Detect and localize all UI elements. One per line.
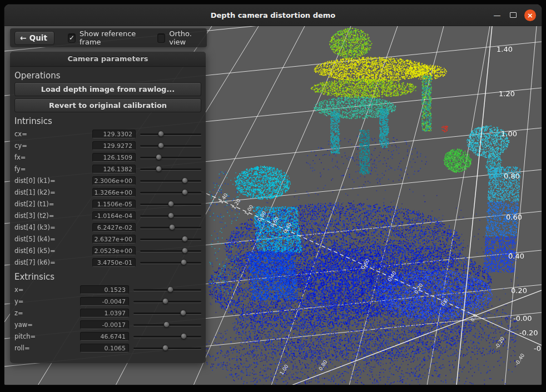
titlebar[interactable]: Depth camera distortion demo — × bbox=[4, 4, 542, 26]
param-label: dist[1] (k2)= bbox=[14, 188, 92, 196]
param-label: dist[4] (k3)= bbox=[14, 224, 92, 231]
param-value-field[interactable]: 0.1523 bbox=[80, 285, 129, 294]
axis-tick-label: 1.00 bbox=[501, 130, 517, 138]
param-value-field[interactable]: 2.3006e+00 bbox=[92, 176, 136, 185]
extrinsics-rows: x=0.1523y=-0.0047z=1.0397yaw=-0.0017pitc… bbox=[10, 284, 206, 354]
intrinsics-rows: cx=129.3302cy=129.9272fx=126.1509fy=126.… bbox=[10, 128, 206, 268]
slider-knob[interactable] bbox=[169, 224, 175, 230]
slider-knob[interactable] bbox=[182, 177, 188, 183]
param-value-field[interactable]: 1.1506e-05 bbox=[92, 200, 136, 209]
param-slider[interactable] bbox=[140, 256, 201, 268]
slider-track bbox=[140, 157, 201, 158]
slider-track bbox=[140, 239, 201, 240]
maximize-button[interactable] bbox=[510, 12, 517, 18]
param-value-field[interactable]: -1.0164e-04 bbox=[92, 211, 136, 220]
slider-knob[interactable] bbox=[156, 166, 162, 172]
param-value-field[interactable]: 2.0523e+00 bbox=[92, 246, 136, 255]
axis-tick-label: -0.40 bbox=[534, 344, 542, 353]
param-label: dist[3] (t2)= bbox=[14, 212, 92, 220]
slider-knob[interactable] bbox=[182, 247, 188, 254]
slider-knob[interactable] bbox=[163, 321, 170, 328]
slider-knob[interactable] bbox=[182, 189, 188, 195]
param-row: cy=129.9272 bbox=[10, 140, 206, 151]
param-value-field[interactable]: 0.1065 bbox=[80, 344, 129, 353]
param-value-field[interactable]: 126.1509 bbox=[92, 153, 136, 162]
screen: Depth camera distortion demo — × bbox=[0, 0, 546, 392]
param-value-field[interactable]: -0.0047 bbox=[80, 297, 129, 306]
load-depth-image-button[interactable]: Load depth image from rawlog... bbox=[14, 82, 201, 96]
quit-button[interactable]: ← Quit bbox=[14, 31, 54, 45]
slider-track bbox=[140, 133, 201, 135]
param-label: dist[2] (t1)= bbox=[14, 200, 92, 208]
slider-knob[interactable] bbox=[158, 142, 164, 148]
param-slider[interactable] bbox=[140, 245, 201, 256]
param-slider[interactable] bbox=[140, 140, 201, 151]
checkbox-label: Ortho. view bbox=[169, 29, 202, 46]
param-row: dist[5] (k4)=2.6327e+00 bbox=[10, 233, 206, 245]
checkbox[interactable] bbox=[157, 33, 165, 43]
param-slider[interactable] bbox=[140, 210, 201, 221]
param-row: y=-0.0047 bbox=[10, 295, 206, 307]
param-row: x=0.1523 bbox=[10, 284, 206, 295]
param-value-field[interactable]: 2.6327e+00 bbox=[92, 235, 136, 244]
slider-knob[interactable] bbox=[181, 259, 187, 265]
operations-section-label: Operations bbox=[14, 71, 206, 81]
param-row: yaw=-0.0017 bbox=[10, 319, 206, 330]
param-slider[interactable] bbox=[140, 175, 201, 186]
panel-title[interactable]: Camera parameters bbox=[10, 52, 206, 67]
param-row: dist[4] (k3)=6.2427e-02 bbox=[10, 221, 206, 233]
axis-tick-label: -0.20 bbox=[519, 329, 538, 337]
axis-tick-label: -0.20 bbox=[494, 336, 505, 350]
param-value-field[interactable]: 6.2427e-02 bbox=[92, 223, 136, 232]
param-slider[interactable] bbox=[133, 295, 201, 307]
param-value-field[interactable]: 126.1382 bbox=[92, 165, 136, 173]
param-label: cy= bbox=[14, 142, 92, 150]
param-slider[interactable] bbox=[140, 186, 201, 198]
checkbox[interactable]: ✓ bbox=[68, 33, 76, 43]
param-slider[interactable] bbox=[140, 221, 201, 233]
close-button[interactable]: × bbox=[524, 9, 536, 21]
slider-knob[interactable] bbox=[182, 236, 188, 242]
slider-knob[interactable] bbox=[168, 201, 174, 207]
slider-track bbox=[133, 336, 201, 338]
param-value-field[interactable]: 46.6741 bbox=[80, 332, 129, 341]
param-slider[interactable] bbox=[133, 330, 201, 342]
param-row: dist[0] (k1)=2.3006e+00 bbox=[10, 175, 206, 186]
axis-tick-label: 0.60 bbox=[360, 258, 370, 270]
param-slider[interactable] bbox=[133, 342, 201, 354]
slider-knob[interactable] bbox=[162, 345, 168, 351]
param-slider[interactable] bbox=[140, 163, 201, 175]
slider-knob[interactable] bbox=[168, 212, 174, 219]
slider-knob[interactable] bbox=[167, 286, 173, 292]
axis-tick-label: 0.40 bbox=[386, 270, 397, 282]
param-slider[interactable] bbox=[140, 233, 201, 245]
toolbar-checkboxes: ✓Show reference frameOrtho. view bbox=[54, 29, 202, 46]
param-slider[interactable] bbox=[133, 307, 201, 319]
param-value-field[interactable]: 3.4750e-01 bbox=[92, 258, 136, 267]
param-slider[interactable] bbox=[133, 284, 201, 295]
param-slider[interactable] bbox=[140, 151, 201, 163]
param-slider[interactable] bbox=[133, 319, 201, 330]
slider-knob[interactable] bbox=[180, 310, 186, 316]
param-label: roll= bbox=[14, 344, 80, 352]
param-row: dist[6] (k5)=2.0523e+00 bbox=[10, 245, 206, 256]
param-label: z= bbox=[14, 309, 80, 317]
param-slider[interactable] bbox=[140, 128, 201, 140]
axis-tick-label: 1.00 bbox=[279, 364, 289, 376]
revert-calibration-button[interactable]: Revert to original calibration bbox=[14, 98, 201, 112]
minimize-button[interactable]: — bbox=[492, 10, 502, 20]
slider-knob[interactable] bbox=[156, 154, 162, 160]
param-row: dist[7] (k6)=3.4750e-01 bbox=[10, 256, 206, 268]
slider-knob[interactable] bbox=[162, 298, 168, 304]
param-value-field[interactable]: 1.0397 bbox=[80, 309, 129, 317]
param-slider[interactable] bbox=[140, 198, 201, 210]
param-label: fx= bbox=[14, 153, 92, 161]
param-value-field[interactable]: 129.9272 bbox=[92, 141, 136, 150]
param-row: dist[2] (t1)=1.1506e-05 bbox=[10, 198, 206, 210]
param-value-field[interactable]: 1.3266e+00 bbox=[92, 188, 136, 197]
slider-knob[interactable] bbox=[181, 333, 187, 339]
param-value-field[interactable]: -0.0017 bbox=[80, 320, 129, 329]
param-value-field[interactable]: 129.3302 bbox=[92, 130, 136, 138]
back-arrow-icon: ← bbox=[20, 33, 27, 42]
slider-knob[interactable] bbox=[158, 131, 164, 137]
